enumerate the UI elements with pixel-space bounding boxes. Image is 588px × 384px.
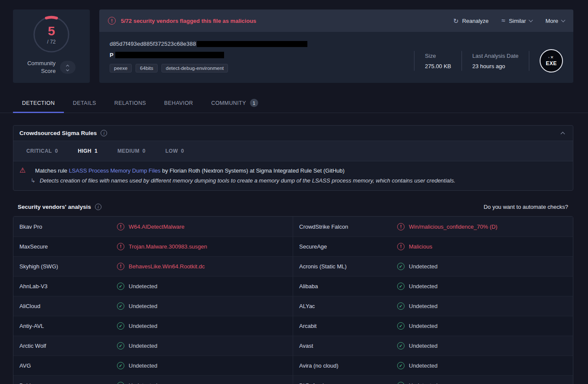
table-row: MaxSecureTrojan.Malware.300983.susgenSec… [13, 236, 573, 256]
sigma-rule-suffix: by Florian Roth (Nextron Systems) at Sig… [162, 167, 345, 174]
sigma-rule-description-row: Detects creation of files with names use… [31, 177, 566, 184]
vendor-result: BehavesLike.Win64.Rootkit.dc [111, 257, 293, 276]
file-identity: d85d7f493ed885f372523c68e388 P peexe64bi… [110, 36, 414, 83]
table-row: BaiduUndetectedBitDefenderUndetected [13, 375, 573, 384]
vendor-name: Baidu [13, 376, 111, 384]
divider [414, 51, 414, 71]
vendor-result: Undetected [391, 277, 573, 296]
tab-label: COMMUNITY [211, 100, 246, 106]
check-icon [397, 263, 405, 270]
check-icon [117, 322, 124, 330]
severity-medium[interactable]: MEDIUM0 [117, 148, 145, 154]
vendor-result: Undetected [111, 277, 293, 296]
file-meta: Size 275.00 KB Last Analysis Date 23 hou… [414, 36, 563, 83]
detection-summary: 5/72 security vendors flagged this file … [121, 18, 256, 24]
check-icon [397, 342, 405, 349]
reanalyze-button[interactable]: ↻ Reanalyze [453, 18, 489, 24]
severity-label: CRITICAL [26, 148, 52, 154]
severity-high[interactable]: HIGH1 [78, 148, 98, 154]
alert-icon [397, 243, 405, 250]
tab-community[interactable]: COMMUNITY1 [202, 94, 267, 113]
last-analysis-date: Last Analysis Date 23 hours ago [472, 53, 518, 69]
gauge-text: 5 / 72 [31, 14, 72, 55]
info-icon[interactable] [101, 130, 107, 136]
file-size: Size 275.00 KB [425, 53, 451, 69]
file-tags: peexe64bitsdetect-debug-environment [110, 64, 414, 72]
check-icon [117, 382, 124, 384]
vendor-name: CrowdStrike Falcon [293, 217, 391, 236]
vendor-name: AVG [13, 356, 111, 375]
table-row: AliCloudUndetectedALYacUndetected [13, 296, 573, 316]
vendor-result-text: Undetected [129, 382, 158, 384]
severity-count: 0 [142, 148, 145, 154]
table-row: Skyhigh (SWG)BehavesLike.Win64.Rootkit.d… [13, 256, 573, 276]
vendor-result-text: BehavesLike.Win64.Rootkit.dc [129, 263, 205, 270]
severity-low[interactable]: LOW0 [165, 148, 184, 154]
vote-up-icon[interactable] [66, 65, 69, 68]
sigma-rule-prefix: Matches rule [35, 167, 67, 174]
tab-bar: DETECTIONDETAILSRELATIONSBEHAVIORCOMMUNI… [0, 94, 588, 113]
file-tag[interactable]: detect-debug-environment [161, 64, 228, 72]
sigma-rule-text: Matches rule LSASS Process Memory Dump F… [35, 167, 345, 175]
table-row: Arctic WolfUndetectedAvastUndetected [13, 336, 573, 356]
severity-count: 0 [55, 148, 58, 154]
vendor-result-text: Undetected [409, 303, 438, 309]
more-button[interactable]: More [545, 18, 565, 24]
file-type-glyphs: ◦✕ [548, 56, 555, 60]
vendor-name: Acronis (Static ML) [293, 257, 391, 276]
vendor-name: Antiy-AVL [13, 316, 111, 336]
collapse-icon[interactable] [561, 132, 565, 136]
tab-details[interactable]: DETAILS [64, 94, 105, 113]
tab-relations[interactable]: RELATIONS [105, 94, 155, 113]
sigma-rule-link[interactable]: LSASS Process Memory Dump Files [69, 167, 160, 174]
last-analysis-label: Last Analysis Date [472, 53, 518, 59]
vendor-result: Undetected [111, 336, 293, 356]
last-analysis-value: 23 hours ago [472, 63, 518, 69]
sigma-rule-description: Detects creation of files with names use… [40, 177, 455, 184]
alert-icon [117, 243, 124, 250]
tab-label: DETECTION [22, 100, 55, 106]
vendor-name: Arcabit [293, 316, 391, 336]
table-row: AhnLab-V3UndetectedAlibabaUndetected [13, 276, 573, 296]
vendor-result-text: Undetected [129, 283, 158, 290]
file-tag[interactable]: peexe [110, 64, 132, 72]
table-row: Antiy-AVLUndetectedArcabitUndetected [13, 316, 573, 336]
alert-icon [397, 223, 405, 230]
detections-total: / 72 [47, 39, 56, 45]
vendor-result: Undetected [111, 296, 293, 316]
similar-button[interactable]: ≈ Similar [502, 17, 533, 24]
vendor-result-text: Undetected [409, 362, 438, 369]
tab-behavior[interactable]: BEHAVIOR [155, 94, 202, 113]
alert-icon [108, 17, 116, 25]
file-tag[interactable]: 64bits [136, 64, 158, 72]
detection-gauge: 5 / 72 [31, 14, 72, 55]
warning-icon [19, 167, 25, 175]
vendor-name: AhnLab-V3 [13, 277, 111, 296]
vendor-result: W64.AIDetectMalware [111, 217, 293, 236]
vendor-result: Undetected [111, 356, 293, 375]
check-icon [397, 382, 405, 384]
check-icon [397, 362, 405, 369]
vendor-result-text: Undetected [409, 283, 438, 290]
automate-checks-link[interactable]: Do you want to automate checks? [484, 204, 568, 210]
tab-badge: 1 [250, 99, 258, 107]
virustotal-file-report: 5 / 72 Community Score 5/72 security ven… [0, 0, 588, 384]
vote-down-icon[interactable] [66, 68, 69, 71]
info-icon[interactable] [95, 204, 101, 210]
file-hash[interactable]: d85d7f493ed885f372523c68e388 [110, 41, 196, 47]
table-row: Bkav ProW64.AIDetectMalwareCrowdStrike F… [13, 217, 573, 236]
vendor-result-text: Malicious [409, 243, 432, 250]
vendor-result-text: W64.AIDetectMalware [129, 223, 184, 230]
community-score-label-line1: Community [27, 60, 56, 67]
vendor-name: Bkav Pro [13, 217, 111, 236]
vendor-name: ALYac [293, 296, 391, 316]
file-type-label: EXE [546, 60, 557, 66]
severity-label: MEDIUM [117, 148, 139, 154]
vendor-name: AliCloud [13, 296, 111, 316]
vendor-result-text: Undetected [129, 323, 158, 329]
severity-critical[interactable]: CRITICAL0 [26, 148, 58, 154]
vendor-result-text: Undetected [409, 323, 438, 329]
tab-label: RELATIONS [114, 100, 146, 106]
tab-detection[interactable]: DETECTION [13, 94, 64, 113]
vote-widget[interactable] [60, 61, 76, 74]
